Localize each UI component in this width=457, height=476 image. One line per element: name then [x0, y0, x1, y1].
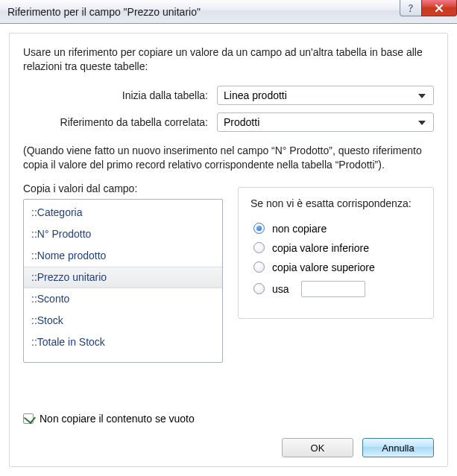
titlebar-buttons [400, 0, 457, 16]
radio-none-label: non copiare [272, 223, 327, 235]
related-table-dropdown[interactable]: Prodotti [217, 112, 434, 132]
start-table-value: Linea prodotti [224, 89, 287, 101]
note-text: (Quando viene fatto un nuovo inserimento… [23, 144, 434, 172]
help-button[interactable] [400, 0, 422, 16]
list-item[interactable]: ::Categoria [24, 202, 222, 223]
radio-lower-control[interactable] [253, 242, 265, 253]
list-item[interactable]: ::Sconto [24, 288, 222, 310]
radio-use-control[interactable] [253, 283, 265, 294]
related-table-value: Prodotti [224, 116, 259, 128]
radio-higher[interactable]: copia valore superiore [253, 261, 423, 273]
nomatch-legend: Se non vi è esatta corrispondenza: [248, 197, 415, 209]
list-item[interactable]: ::Totale in Stock [24, 331, 222, 353]
list-item[interactable]: ::N° Prodotto [24, 223, 222, 245]
intro-text: Usare un riferimento per copiare un valo… [23, 45, 434, 74]
radio-none-control[interactable] [253, 223, 265, 234]
window-title: Riferimento per il campo "Prezzo unitari… [7, 6, 201, 18]
radio-lower-label: copia valore inferiore [272, 242, 369, 254]
cancel-button[interactable]: Annulla [362, 438, 434, 457]
ok-button[interactable]: OK [282, 438, 353, 457]
close-button[interactable] [421, 0, 457, 16]
related-table-row: Riferimento da tabella correlata: Prodot… [23, 112, 434, 132]
list-item[interactable]: ::Prezzo unitario [24, 267, 222, 288]
dont-copy-empty-row[interactable]: Non copiare il contenuto se vuoto [23, 413, 195, 425]
list-item[interactable]: ::Stock [24, 310, 222, 331]
dialog-panel: Usare un riferimento per copiare un valo… [9, 33, 448, 467]
titlebar: Riferimento per il campo "Prezzo unitari… [0, 0, 457, 24]
start-table-row: Inizia dalla tabella: Linea prodotti [23, 86, 434, 105]
fields-label: Copia i valori dal campo: [23, 183, 223, 194]
close-icon [434, 4, 444, 13]
nomatch-column: Se non vi è esatta corrispondenza: non c… [238, 183, 434, 319]
radio-higher-control[interactable] [253, 261, 265, 273]
start-table-label: Inizia dalla tabella: [23, 89, 217, 101]
columns: Copia i valori dal campo: ::Categoria::N… [23, 183, 434, 363]
help-icon [406, 3, 416, 13]
fields-listbox[interactable]: ::Categoria::N° Prodotto::Nome prodotto:… [23, 199, 223, 363]
dialog-body: Usare un riferimento per copiare un valo… [0, 24, 457, 476]
radio-none[interactable]: non copiare [253, 223, 423, 235]
start-table-dropdown[interactable]: Linea prodotti [217, 86, 434, 105]
dont-copy-empty-label: Non copiare il contenuto se vuoto [40, 413, 195, 425]
radio-lower[interactable]: copia valore inferiore [253, 242, 423, 254]
button-row: OK Annulla [282, 438, 434, 457]
dont-copy-empty-checkbox[interactable] [23, 413, 34, 424]
radio-use-label: usa [272, 283, 289, 295]
related-table-label: Riferimento da tabella correlata: [23, 116, 217, 128]
radio-use[interactable]: usa [253, 281, 423, 297]
nomatch-groupbox: Se non vi è esatta corrispondenza: non c… [238, 187, 434, 319]
radio-higher-label: copia valore superiore [272, 261, 375, 273]
use-value-input[interactable] [301, 281, 365, 297]
list-item[interactable]: ::Nome prodotto [24, 245, 222, 267]
fields-column: Copia i valori dal campo: ::Categoria::N… [23, 183, 223, 363]
